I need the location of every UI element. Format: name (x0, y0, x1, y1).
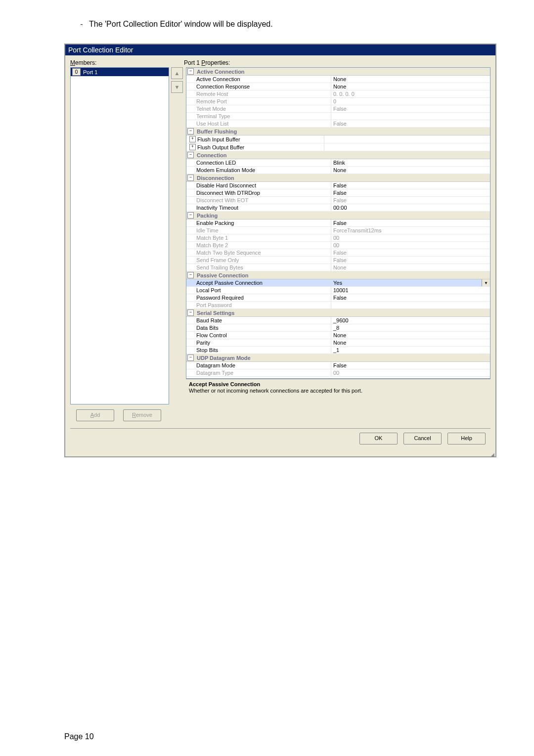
property-row[interactable]: +Flush Output Buffer (186, 143, 490, 151)
property-row[interactable]: Terminal Type (186, 113, 490, 120)
property-row[interactable]: Disconnect With EOTFalse (186, 197, 490, 204)
property-row[interactable]: Match Byte 200 (186, 242, 490, 249)
property-value[interactable] (324, 143, 490, 151)
property-value[interactable] (324, 135, 490, 143)
property-row[interactable]: Stop Bits_1 (186, 347, 490, 354)
collapse-icon[interactable]: − (187, 212, 194, 219)
collapse-icon[interactable]: − (187, 272, 194, 278)
property-row[interactable]: Connection LEDBlink (186, 159, 490, 167)
property-row[interactable]: Remote Port0 (186, 98, 490, 105)
property-value[interactable]: False (331, 257, 490, 264)
property-row[interactable]: Enable PackingFalse (186, 220, 490, 227)
expand-icon[interactable]: + (189, 136, 196, 142)
property-value[interactable] (331, 113, 490, 120)
category-row[interactable]: −Buffer Flushing (186, 128, 490, 135)
category-row[interactable]: −Disconnection (186, 174, 490, 182)
property-value[interactable]: Yes▼ (331, 279, 490, 286)
property-value[interactable]: _9600 (331, 317, 490, 324)
property-value[interactable]: False (331, 220, 490, 226)
members-listbox[interactable]: 0 Port 1 (70, 67, 169, 404)
property-value[interactable]: _1 (331, 347, 490, 354)
member-item-port1[interactable]: 0 Port 1 (71, 68, 169, 76)
collapse-icon[interactable]: − (187, 128, 194, 134)
property-value[interactable]: False (331, 182, 490, 189)
property-row[interactable]: Flow ControlNone (186, 332, 490, 339)
property-value[interactable]: 0 (331, 98, 490, 105)
property-value[interactable]: False (331, 249, 490, 256)
property-row[interactable]: Modem Emulation ModeNone (186, 167, 490, 174)
property-value[interactable]: None (331, 264, 490, 271)
help-button[interactable]: Help (447, 433, 486, 445)
collapse-icon[interactable]: − (187, 175, 194, 181)
property-row[interactable]: Data Bits_8 (186, 324, 490, 332)
property-row[interactable]: Password RequiredFalse (186, 294, 490, 302)
move-down-button[interactable]: ▼ (171, 81, 183, 93)
property-row[interactable]: Match Two Byte SequenceFalse (186, 249, 490, 257)
property-name: Local Port (186, 287, 331, 294)
property-value[interactable]: False (331, 362, 490, 369)
property-row[interactable]: Use Host ListFalse (186, 120, 490, 128)
category-row[interactable]: −Connection (186, 151, 490, 159)
property-value[interactable]: False (331, 105, 490, 112)
category-label: Active Connection (197, 69, 245, 75)
property-row[interactable]: +Flush Input Buffer (186, 135, 490, 143)
property-row[interactable]: Send Frame OnlyFalse (186, 257, 490, 264)
property-value[interactable]: Blink (331, 159, 490, 166)
member-index: 0 (72, 68, 81, 76)
property-row[interactable]: Send Trailing BytesNone (186, 264, 490, 271)
property-row[interactable]: Disable Hard DisconnectFalse (186, 182, 490, 189)
collapse-icon[interactable]: − (187, 68, 194, 75)
property-value[interactable]: None (331, 167, 490, 174)
property-value[interactable] (331, 302, 490, 309)
property-row[interactable]: Telnet ModeFalse (186, 105, 490, 113)
property-value[interactable]: None (331, 76, 490, 83)
property-value[interactable]: 00 (331, 234, 490, 241)
dropdown-icon[interactable]: ▼ (482, 279, 490, 286)
property-value[interactable]: None (331, 339, 490, 346)
category-row[interactable]: −Packing (186, 212, 490, 220)
property-grid[interactable]: −Active ConnectionActive ConnectionNoneC… (186, 67, 490, 379)
property-row[interactable]: Connection ResponseNone (186, 83, 490, 90)
expand-icon[interactable]: + (189, 144, 196, 150)
property-name: +Flush Output Buffer (186, 143, 324, 151)
property-row[interactable]: Datagram ModeFalse (186, 362, 490, 369)
property-row[interactable]: Inactivity Timeout00:00 (186, 204, 490, 212)
property-value[interactable]: _8 (331, 324, 490, 331)
ok-button[interactable]: OK (359, 433, 398, 445)
property-row[interactable]: Remote Host0. 0. 0. 0 (186, 90, 490, 98)
category-row[interactable]: −Serial Settings (186, 309, 490, 317)
property-value[interactable]: None (331, 83, 490, 90)
property-row[interactable]: Accept Passive ConnectionYes▼ (186, 279, 490, 287)
property-value[interactable]: False (331, 189, 490, 196)
collapse-icon[interactable]: − (187, 355, 194, 361)
property-row[interactable]: Local Port10001 (186, 287, 490, 294)
category-row[interactable]: −Active Connection (186, 68, 490, 76)
property-value[interactable]: None (331, 332, 490, 339)
property-value[interactable]: False (331, 197, 490, 204)
collapse-icon[interactable]: − (187, 152, 194, 158)
arrow-down-icon: ▼ (175, 84, 180, 90)
move-up-button[interactable]: ▲ (171, 67, 183, 79)
property-value[interactable]: 0. 0. 0. 0 (331, 90, 490, 97)
cancel-button[interactable]: Cancel (403, 433, 442, 445)
property-row[interactable]: Datagram Type00 (186, 369, 490, 377)
property-row[interactable]: Idle TimeForceTransmit12ms (186, 227, 490, 234)
property-value[interactable]: False (331, 120, 490, 127)
property-value[interactable]: 00 (331, 242, 490, 249)
property-name: Parity (186, 339, 331, 346)
category-row[interactable]: −UDP Datagram Mode (186, 354, 490, 362)
property-value[interactable]: ForceTransmit12ms (331, 227, 490, 234)
property-row[interactable]: Active ConnectionNone (186, 76, 490, 83)
property-value[interactable]: False (331, 294, 490, 301)
property-row[interactable]: Match Byte 100 (186, 234, 490, 242)
property-row[interactable]: Port Password (186, 302, 490, 309)
collapse-icon[interactable]: − (187, 310, 194, 316)
resize-grip-icon[interactable]: ◢ (65, 453, 495, 456)
property-row[interactable]: Baud Rate_9600 (186, 317, 490, 324)
category-row[interactable]: −Passive Connection (186, 271, 490, 279)
property-row[interactable]: Disconnect With DTRDropFalse (186, 189, 490, 197)
property-value[interactable]: 00:00 (331, 204, 490, 211)
property-row[interactable]: ParityNone (186, 339, 490, 347)
property-value[interactable]: 10001 (331, 287, 490, 294)
property-value[interactable]: 00 (331, 369, 490, 376)
